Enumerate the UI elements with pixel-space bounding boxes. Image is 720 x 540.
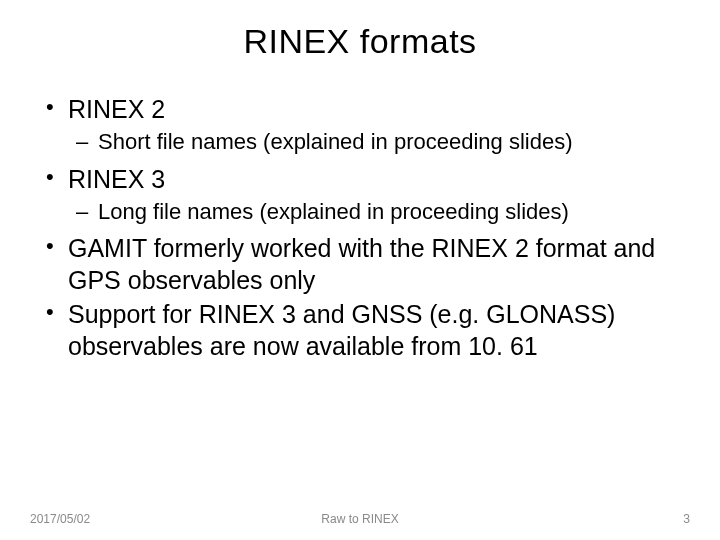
footer: 2017/05/02 Raw to RINEX 3 bbox=[0, 512, 720, 526]
bullet-text: GAMIT formerly worked with the RINEX 2 f… bbox=[68, 234, 655, 294]
bullet-text: RINEX 2 bbox=[68, 95, 165, 123]
slide-title: RINEX formats bbox=[40, 22, 680, 61]
sub-list: Long file names (explained in proceeding… bbox=[68, 197, 680, 227]
bullet-text: Support for RINEX 3 and GNSS (e.g. GLONA… bbox=[68, 300, 615, 360]
sub-bullet-text: Short file names (explained in proceedin… bbox=[98, 129, 572, 154]
sub-bullet-text: Long file names (explained in proceeding… bbox=[98, 199, 569, 224]
bullet-item: RINEX 3 Long file names (explained in pr… bbox=[40, 163, 680, 227]
footer-title: Raw to RINEX bbox=[321, 512, 398, 526]
sub-list: Short file names (explained in proceedin… bbox=[68, 127, 680, 157]
bullet-text: RINEX 3 bbox=[68, 165, 165, 193]
sub-bullet-item: Long file names (explained in proceeding… bbox=[68, 197, 680, 227]
bullet-item: Support for RINEX 3 and GNSS (e.g. GLONA… bbox=[40, 298, 680, 362]
footer-date: 2017/05/02 bbox=[30, 512, 90, 526]
slide: RINEX formats RINEX 2 Short file names (… bbox=[0, 0, 720, 540]
footer-page-number: 3 bbox=[683, 512, 690, 526]
bullet-item: RINEX 2 Short file names (explained in p… bbox=[40, 93, 680, 157]
bullet-list: RINEX 2 Short file names (explained in p… bbox=[40, 93, 680, 362]
bullet-item: GAMIT formerly worked with the RINEX 2 f… bbox=[40, 232, 680, 296]
sub-bullet-item: Short file names (explained in proceedin… bbox=[68, 127, 680, 157]
